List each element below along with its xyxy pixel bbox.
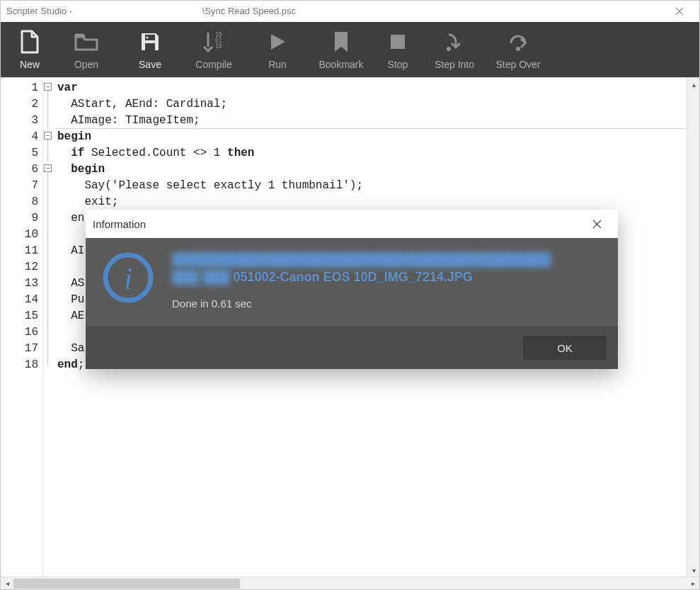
toolbar-label: Save <box>139 59 161 70</box>
toolbar-step-over[interactable]: Step Over <box>486 22 550 77</box>
fold-cell <box>43 276 54 292</box>
close-icon <box>675 7 684 16</box>
toolbar-label: Compile <box>195 59 231 70</box>
fold-cell <box>43 210 54 227</box>
new-file-icon <box>17 29 42 55</box>
title-obscured-path <box>75 7 202 17</box>
window-close-button[interactable] <box>665 1 694 22</box>
bookmark-icon <box>328 29 354 55</box>
toolbar-label: Step Into <box>435 59 474 70</box>
fold-cell <box>43 341 54 357</box>
code-line[interactable]: AStart, AEnd: Cardinal; <box>54 96 687 113</box>
scroll-up-arrow[interactable]: ▴ <box>687 78 699 91</box>
fold-cell[interactable] <box>43 161 54 178</box>
step-into-icon <box>442 29 467 55</box>
fold-cell <box>43 308 54 324</box>
svg-text:10: 10 <box>215 43 222 50</box>
line-number: 14 <box>1 292 42 308</box>
line-number-gutter: 123456789101112131415161718 <box>1 78 43 577</box>
toolbar-open[interactable]: Open <box>54 22 118 77</box>
open-folder-icon <box>74 29 99 55</box>
line-number: 10 <box>1 227 42 243</box>
toolbar-run[interactable]: Run <box>246 22 309 77</box>
scroll-left-arrow[interactable]: ◂ <box>1 577 13 590</box>
dialog-titlebar: Information <box>86 210 618 238</box>
code-line[interactable]: if Selected.Count <> 1 then <box>54 145 687 161</box>
toolbar: New Open Save 100110 Compile Run <box>1 22 699 77</box>
svg-point-7 <box>447 47 451 51</box>
toolbar-compile[interactable]: 100110 Compile <box>182 22 246 77</box>
fold-cell <box>43 96 54 113</box>
dialog-close-button[interactable] <box>583 210 611 238</box>
fold-cell <box>43 194 54 210</box>
dialog-path-obscured: ████████████████████████████████████████… <box>172 252 602 267</box>
titlebar: Scripter Studio - \Sync Read Speed.psc <box>1 1 699 22</box>
line-number: 6 <box>1 161 42 178</box>
svg-rect-6 <box>391 35 405 49</box>
svg-point-8 <box>516 47 520 51</box>
line-number: 13 <box>1 276 42 292</box>
fold-cell <box>43 243 54 259</box>
svg-text:i: i <box>124 261 132 296</box>
dialog-body: i ██████████████████████████████████████… <box>86 238 618 327</box>
svg-rect-1 <box>145 43 155 50</box>
information-dialog: Information i ██████████████████████████… <box>86 210 618 369</box>
window-title: Scripter Studio - \Sync Read Speed.psc <box>6 6 665 17</box>
title-filename: \Sync Read Speed.psc <box>202 6 296 16</box>
line-number: 8 <box>1 194 42 210</box>
fold-cell <box>43 113 54 129</box>
code-line[interactable]: var <box>54 80 687 96</box>
code-line[interactable]: begin <box>54 129 687 145</box>
code-line[interactable]: Say('Please select exactly 1 thumbnail')… <box>54 178 687 194</box>
fold-cell <box>43 145 54 161</box>
code-line[interactable]: begin <box>54 161 687 178</box>
fold-cell[interactable] <box>43 129 54 145</box>
info-icon: i <box>101 251 155 305</box>
toolbar-label: Step Over <box>495 59 540 70</box>
fold-cell <box>43 227 54 243</box>
close-icon <box>592 220 602 229</box>
fold-cell <box>43 357 54 373</box>
line-number: 9 <box>1 210 42 227</box>
svg-point-2 <box>146 36 148 38</box>
scroll-down-arrow[interactable]: ▾ <box>687 564 699 577</box>
line-number: 1 <box>1 80 42 96</box>
toolbar-bookmark[interactable]: Bookmark <box>309 22 373 77</box>
line-number: 18 <box>1 357 42 373</box>
code-line[interactable]: AImage: TImageItem; <box>54 113 687 129</box>
toolbar-label: Open <box>74 59 98 70</box>
compile-icon: 100110 <box>201 29 226 55</box>
fold-cell <box>43 324 54 341</box>
line-number: 2 <box>1 96 42 113</box>
horizontal-scrollbar[interactable]: ◂ ▸ <box>1 577 699 589</box>
dialog-message: ████████████████████████████████████████… <box>172 251 602 310</box>
toolbar-label: New <box>20 59 40 70</box>
save-floppy-icon <box>137 29 163 55</box>
dialog-filename-obscured: ███ ███ <box>172 270 230 285</box>
toolbar-save[interactable]: Save <box>118 22 182 77</box>
run-play-icon <box>265 29 290 55</box>
fold-cell <box>43 178 54 194</box>
line-number: 17 <box>1 341 42 357</box>
dialog-done-text: Done in 0.61 sec <box>172 297 602 310</box>
ok-button-label: OK <box>557 342 573 354</box>
dialog-footer: OK <box>86 327 618 369</box>
line-number: 5 <box>1 145 42 161</box>
toolbar-stop[interactable]: Stop <box>373 22 423 77</box>
hscroll-thumb[interactable] <box>13 579 240 589</box>
fold-column[interactable] <box>43 78 54 577</box>
toolbar-step-into[interactable]: Step Into <box>423 22 486 77</box>
code-line[interactable]: exit; <box>54 194 687 210</box>
fold-cell[interactable] <box>43 80 54 96</box>
toolbar-new[interactable]: New <box>5 22 54 77</box>
ok-button[interactable]: OK <box>523 336 607 360</box>
scroll-right-arrow[interactable]: ▸ <box>687 577 699 590</box>
line-number: 7 <box>1 178 42 194</box>
stop-icon <box>385 29 411 55</box>
line-number: 4 <box>1 129 42 145</box>
vertical-scrollbar[interactable]: ▴ ▾ <box>687 78 699 577</box>
dialog-filename: 051002-Canon EOS 10D_IMG_7214.JPG <box>230 270 473 284</box>
dialog-filename-line: ███ ███ 051002-Canon EOS 10D_IMG_7214.JP… <box>172 270 602 285</box>
toolbar-label: Run <box>268 59 287 70</box>
step-over-icon <box>505 29 531 55</box>
